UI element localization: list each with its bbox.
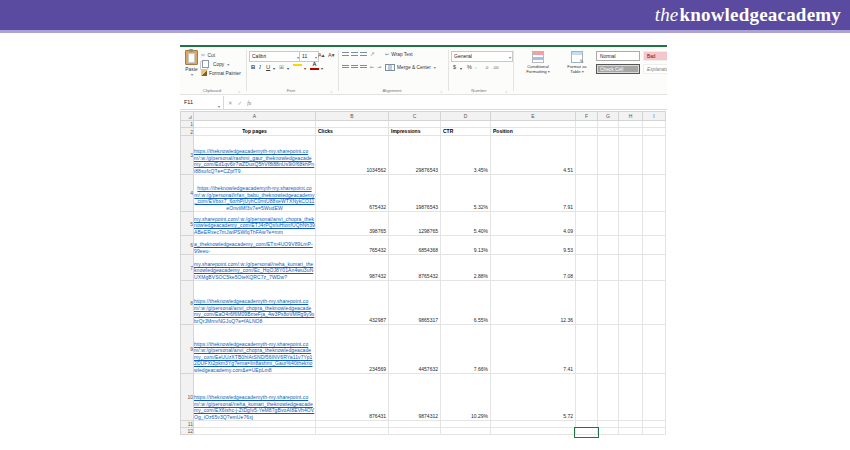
style-normal[interactable]: Normal: [596, 51, 640, 61]
column-header-e[interactable]: E: [491, 112, 576, 121]
cell[interactable]: [598, 428, 619, 435]
cell-impressions[interactable]: 4457632: [389, 325, 441, 374]
insert-function-icon[interactable]: fx: [247, 100, 251, 106]
cell-url[interactable]: https://theknowledgeacademyth-my.sharepo…: [194, 175, 316, 212]
row-header[interactable]: 11: [181, 421, 194, 428]
cell-impressions[interactable]: 8765432: [389, 255, 441, 281]
hyperlink[interactable]: my.sharepoint.com/:w:/g/personal/anvi_ch…: [194, 216, 315, 235]
cell[interactable]: [441, 421, 491, 428]
cell[interactable]: [598, 236, 619, 255]
cut-button[interactable]: ✂ Cut: [201, 51, 215, 59]
cell-impressions[interactable]: 19876543: [389, 175, 441, 212]
cell-clicks[interactable]: 234569: [316, 325, 389, 374]
cell-ctr[interactable]: 9.13%: [441, 236, 491, 255]
align-top-icon[interactable]: [342, 52, 349, 57]
cell[interactable]: [598, 255, 619, 281]
cell[interactable]: [643, 421, 666, 428]
cell[interactable]: [441, 428, 491, 435]
row-header[interactable]: 2: [181, 128, 194, 136]
row-header[interactable]: 4: [181, 175, 194, 212]
cell[interactable]: [576, 374, 598, 421]
number-dialog-launcher-icon[interactable]: ⌟: [505, 88, 507, 93]
cell[interactable]: [576, 255, 598, 281]
cell-url[interactable]: https://theknowledgeacademyth-my.sharepo…: [194, 325, 316, 374]
cell-clicks[interactable]: 398765: [316, 212, 389, 236]
font-size-select[interactable]: 11 ▾: [299, 51, 319, 62]
cell[interactable]: [576, 281, 598, 325]
cell[interactable]: [491, 428, 576, 435]
cell[interactable]: [389, 428, 441, 435]
cell[interactable]: [643, 428, 666, 435]
grow-font-icon[interactable]: A▴: [318, 52, 324, 58]
cell[interactable]: [619, 136, 643, 175]
fill-color-button[interactable]: [293, 63, 302, 66]
cell[interactable]: [598, 128, 619, 136]
header-cell-impressions[interactable]: Impressions: [389, 128, 441, 136]
cell[interactable]: [643, 255, 666, 281]
cell[interactable]: [643, 136, 666, 175]
increase-decimal-icon[interactable]: .0: [485, 65, 488, 70]
cell[interactable]: [643, 128, 666, 136]
cell[interactable]: [619, 255, 643, 281]
column-header-h[interactable]: H: [619, 112, 643, 121]
align-right-icon[interactable]: [360, 65, 367, 70]
cell[interactable]: [619, 281, 643, 325]
enter-icon[interactable]: ✓: [238, 100, 243, 106]
cell-position[interactable]: 5.72: [491, 374, 576, 421]
borders-button[interactable]: ⊞: [279, 63, 284, 70]
alignment-dialog-launcher-icon[interactable]: ⌟: [440, 88, 442, 93]
style-explanatory[interactable]: Explanatory: [643, 64, 667, 74]
cell[interactable]: [598, 175, 619, 212]
formula-input[interactable]: [264, 97, 666, 108]
column-header-g[interactable]: G: [598, 112, 619, 121]
align-middle-icon[interactable]: [351, 52, 358, 57]
cell-position[interactable]: 9.53: [491, 236, 576, 255]
column-header-i[interactable]: I: [643, 112, 666, 121]
cell[interactable]: [441, 121, 491, 128]
cell[interactable]: [598, 281, 619, 325]
cell-url[interactable]: my.sharepoint.com/:w:/g/personal/anvi_ch…: [194, 212, 316, 236]
orientation-icon[interactable]: ↗: [370, 51, 375, 57]
cell[interactable]: [619, 128, 643, 136]
chevron-down-icon[interactable]: ▾: [287, 66, 289, 71]
column-header-c[interactable]: C: [389, 112, 441, 121]
cell[interactable]: [389, 121, 441, 128]
cell-ctr[interactable]: 10.29%: [441, 374, 491, 421]
hyperlink[interactable]: https://theknowledgeacademyth-my.sharepo…: [194, 185, 315, 211]
chevron-down-icon[interactable]: ▾: [321, 66, 323, 71]
header-cell-clicks[interactable]: Clicks: [316, 128, 389, 136]
copy-button[interactable]: Copy ▾: [201, 60, 229, 68]
row-header[interactable]: 5: [181, 212, 194, 236]
row-header[interactable]: 12: [181, 428, 194, 435]
paste-button[interactable]: Paste ▾: [183, 50, 200, 83]
style-check-cell[interactable]: Check Cell: [596, 64, 640, 74]
cell-clicks[interactable]: 675432: [316, 175, 389, 212]
font-dialog-launcher-icon[interactable]: ⌟: [330, 88, 332, 93]
cell[interactable]: [194, 121, 316, 128]
cell[interactable]: [576, 175, 598, 212]
cell[interactable]: [576, 128, 598, 136]
cell-impressions[interactable]: 9865317: [389, 281, 441, 325]
column-header-b[interactable]: B: [316, 112, 389, 121]
cell-ctr[interactable]: 6.55%: [441, 281, 491, 325]
cell[interactable]: [643, 374, 666, 421]
cell[interactable]: [389, 421, 441, 428]
italic-button[interactable]: I: [259, 64, 261, 70]
accounting-format-button[interactable]: $: [453, 64, 456, 70]
cell[interactable]: [598, 136, 619, 175]
cell-clicks[interactable]: 987432: [316, 255, 389, 281]
cell-position[interactable]: 7.91: [491, 175, 576, 212]
cell-position[interactable]: 7.41: [491, 325, 576, 374]
cell-impressions[interactable]: 1298765: [389, 212, 441, 236]
percent-style-button[interactable]: %: [467, 64, 472, 70]
hyperlink[interactable]: my.sharepoint.com/:w:/g/personal/neha_ku…: [194, 261, 315, 280]
cell-position[interactable]: 12.36: [491, 281, 576, 325]
font-color-button[interactable]: A: [310, 62, 319, 70]
cell[interactable]: [194, 421, 316, 428]
row-header[interactable]: 9: [181, 325, 194, 374]
cell[interactable]: [619, 121, 643, 128]
cell[interactable]: [619, 212, 643, 236]
active-cell-selection-f11[interactable]: [574, 427, 599, 438]
cell[interactable]: [643, 281, 666, 325]
cell[interactable]: [316, 428, 389, 435]
